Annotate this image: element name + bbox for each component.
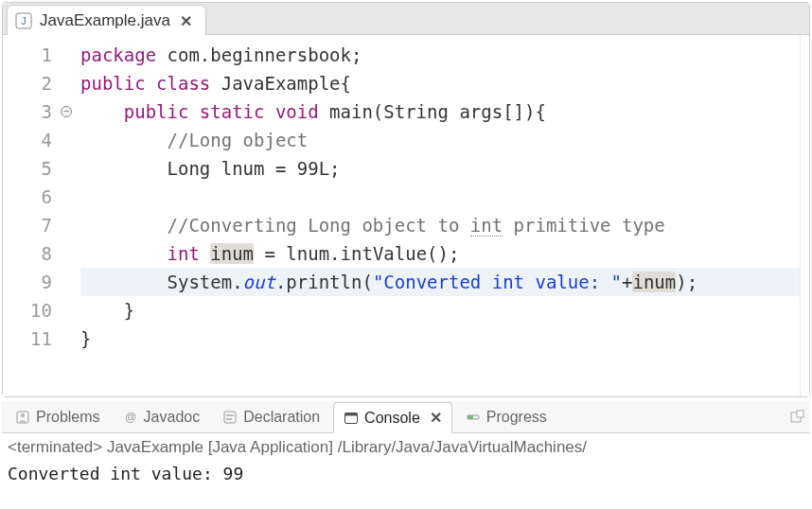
- tab-label: Progress: [486, 409, 547, 426]
- code-line[interactable]: package com.beginnersbook;: [80, 41, 800, 69]
- code-area[interactable]: 1234567891011 − package com.beginnersboo…: [3, 35, 809, 396]
- views-tabbar: Problems@JavadocDeclarationConsole✕Progr…: [2, 401, 810, 433]
- tab-progress[interactable]: Progress: [456, 403, 556, 431]
- fold-row: [60, 325, 73, 353]
- code-line[interactable]: public class JavaExample{: [80, 69, 800, 97]
- line-number: 2: [3, 69, 52, 97]
- fold-row: [60, 268, 73, 296]
- tab-label: Problems: [36, 409, 100, 426]
- tab-javadoc[interactable]: @Javadoc: [114, 403, 210, 431]
- code-content[interactable]: package com.beginnersbook;public class J…: [73, 35, 800, 396]
- fold-row: −: [60, 97, 73, 126]
- console-status: <terminated> JavaExample [Java Applicati…: [8, 435, 804, 462]
- svg-rect-13: [797, 411, 803, 417]
- console-body: <terminated> JavaExample [Java Applicati…: [2, 433, 810, 492]
- tab-label: Console: [364, 410, 420, 427]
- line-number-gutter: 1234567891011: [3, 35, 60, 396]
- line-number: 11: [3, 325, 52, 353]
- problems-icon: [15, 410, 30, 425]
- line-number: 5: [3, 154, 52, 183]
- new-console-icon[interactable]: [784, 410, 810, 425]
- code-line[interactable]: [80, 183, 800, 211]
- javadoc-icon: @: [123, 410, 138, 425]
- code-line[interactable]: int inum = lnum.intValue();: [80, 239, 800, 268]
- java-file-icon: J: [15, 12, 32, 29]
- fold-row: [60, 183, 73, 211]
- fold-row: [60, 239, 73, 268]
- line-number: 6: [3, 183, 52, 211]
- line-number: 1: [3, 41, 52, 69]
- code-line[interactable]: System.out.println("Converted int value:…: [80, 268, 800, 296]
- svg-rect-9: [345, 412, 358, 415]
- declaration-icon: [222, 410, 238, 425]
- svg-rect-11: [468, 415, 473, 419]
- line-number: 8: [3, 239, 52, 268]
- code-line[interactable]: //Converting Long object to int primitiv…: [80, 211, 800, 239]
- svg-rect-7: [226, 418, 232, 420]
- line-number: 4: [3, 126, 52, 154]
- line-number: 9: [3, 268, 52, 296]
- progress-icon: [466, 410, 481, 425]
- editor-tab-javaexample[interactable]: J JavaExample.java ✕: [7, 5, 206, 35]
- tab-declaration[interactable]: Declaration: [213, 403, 329, 431]
- tab-console[interactable]: Console✕: [333, 402, 452, 433]
- svg-text:@: @: [124, 411, 135, 424]
- svg-text:J: J: [21, 15, 26, 26]
- fold-row: [60, 126, 73, 154]
- fold-row: [60, 154, 73, 183]
- code-line[interactable]: }: [80, 325, 800, 353]
- fold-row: [60, 41, 73, 69]
- tab-problems[interactable]: Problems: [6, 403, 110, 431]
- code-line[interactable]: //Long object: [80, 126, 800, 154]
- code-line[interactable]: }: [80, 296, 800, 325]
- fold-toggle-icon[interactable]: −: [61, 106, 72, 117]
- line-number: 10: [3, 296, 52, 325]
- svg-rect-6: [226, 414, 234, 416]
- fold-row: [60, 69, 73, 97]
- editor-tabbar: J JavaExample.java ✕: [3, 3, 809, 35]
- console-output-line: Converted int value: 99: [8, 462, 804, 486]
- svg-rect-5: [224, 412, 236, 423]
- line-number: 7: [3, 211, 52, 239]
- line-number: 3: [3, 97, 52, 126]
- close-icon[interactable]: ✕: [430, 409, 442, 427]
- fold-row: [60, 211, 73, 239]
- editor-tab-label: JavaExample.java: [40, 11, 170, 30]
- console-icon: [344, 411, 359, 426]
- code-line[interactable]: public static void main(String args[]){: [80, 97, 800, 126]
- fold-strip: −: [60, 35, 73, 396]
- bottom-panel: Problems@JavadocDeclarationConsole✕Progr…: [2, 401, 810, 492]
- editor-pane: J JavaExample.java ✕ 1234567891011 − pac…: [2, 2, 810, 397]
- overview-ruler: [800, 35, 809, 396]
- tab-label: Javadoc: [144, 409, 201, 426]
- tab-label: Declaration: [243, 409, 320, 426]
- close-icon[interactable]: ✕: [178, 12, 194, 30]
- code-line[interactable]: Long lnum = 99L;: [80, 154, 800, 183]
- fold-row: [60, 296, 73, 325]
- svg-point-3: [21, 412, 25, 416]
